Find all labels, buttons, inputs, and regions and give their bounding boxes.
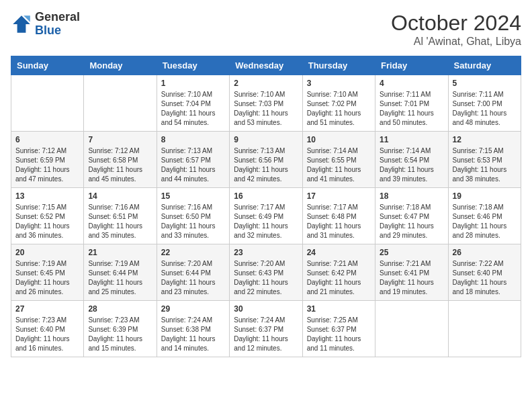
day-info: Sunrise: 7:21 AMSunset: 6:42 PMDaylight:… <box>307 259 371 297</box>
day-number: 7 <box>88 135 152 144</box>
calendar-cell: 4Sunrise: 7:11 AMSunset: 7:01 PMDaylight… <box>375 75 448 132</box>
day-info: Sunrise: 7:11 AMSunset: 7:01 PMDaylight:… <box>380 90 443 128</box>
calendar-cell: 25Sunrise: 7:21 AMSunset: 6:41 PMDayligh… <box>375 244 448 301</box>
calendar-row-3: 20Sunrise: 7:19 AMSunset: 6:45 PMDayligh… <box>11 244 521 301</box>
calendar-cell: 12Sunrise: 7:15 AMSunset: 6:53 PMDayligh… <box>448 132 521 188</box>
calendar-cell: 14Sunrise: 7:16 AMSunset: 6:51 PMDayligh… <box>84 188 157 244</box>
page-subtitle: Al 'Awinat, Ghat, Libya <box>391 36 521 48</box>
weekday-header-saturday: Saturday <box>448 56 521 75</box>
page-header: General Blue October 2024 Al 'Awinat, Gh… <box>11 11 521 48</box>
day-info: Sunrise: 7:24 AMSunset: 6:37 PMDaylight:… <box>234 316 298 353</box>
title-block: October 2024 Al 'Awinat, Ghat, Libya <box>391 11 521 48</box>
day-info: Sunrise: 7:16 AMSunset: 6:51 PMDaylight:… <box>88 203 152 240</box>
calendar-cell: 5Sunrise: 7:11 AMSunset: 7:00 PMDaylight… <box>448 75 521 132</box>
weekday-header-tuesday: Tuesday <box>157 56 229 75</box>
weekday-header-row: SundayMondayTuesdayWednesdayThursdayFrid… <box>11 56 521 75</box>
day-number: 10 <box>307 135 371 144</box>
logo-icon <box>11 13 32 35</box>
day-info: Sunrise: 7:18 AMSunset: 6:46 PMDaylight:… <box>453 203 517 240</box>
calendar-cell: 2Sunrise: 7:10 AMSunset: 7:03 PMDaylight… <box>230 75 302 132</box>
day-info: Sunrise: 7:17 AMSunset: 6:48 PMDaylight:… <box>307 203 371 240</box>
day-info: Sunrise: 7:10 AMSunset: 7:04 PMDaylight:… <box>161 90 225 128</box>
calendar-cell: 11Sunrise: 7:14 AMSunset: 6:54 PMDayligh… <box>375 132 448 188</box>
day-number: 2 <box>234 79 298 88</box>
calendar-cell: 27Sunrise: 7:23 AMSunset: 6:40 PMDayligh… <box>11 301 84 357</box>
weekday-header-monday: Monday <box>84 56 157 75</box>
calendar-cell <box>11 75 84 132</box>
day-info: Sunrise: 7:13 AMSunset: 6:57 PMDaylight:… <box>161 146 225 184</box>
calendar-cell: 9Sunrise: 7:13 AMSunset: 6:56 PMDaylight… <box>230 132 302 188</box>
day-info: Sunrise: 7:21 AMSunset: 6:41 PMDaylight:… <box>380 259 443 297</box>
logo-general: General <box>35 10 80 24</box>
day-number: 27 <box>15 304 79 314</box>
day-number: 3 <box>307 79 371 88</box>
day-info: Sunrise: 7:13 AMSunset: 6:56 PMDaylight:… <box>234 146 298 184</box>
day-number: 31 <box>307 304 371 314</box>
calendar-cell: 19Sunrise: 7:18 AMSunset: 6:46 PMDayligh… <box>448 188 521 244</box>
day-info: Sunrise: 7:22 AMSunset: 6:40 PMDaylight:… <box>453 259 517 297</box>
day-number: 25 <box>380 248 443 257</box>
day-number: 28 <box>88 304 152 314</box>
calendar-row-2: 13Sunrise: 7:15 AMSunset: 6:52 PMDayligh… <box>11 188 521 244</box>
weekday-header-friday: Friday <box>375 56 448 75</box>
calendar-cell: 21Sunrise: 7:19 AMSunset: 6:44 PMDayligh… <box>84 244 157 301</box>
day-info: Sunrise: 7:24 AMSunset: 6:38 PMDaylight:… <box>161 316 225 353</box>
calendar-cell: 18Sunrise: 7:18 AMSunset: 6:47 PMDayligh… <box>375 188 448 244</box>
day-number: 16 <box>234 191 298 201</box>
weekday-header-wednesday: Wednesday <box>230 56 302 75</box>
calendar-row-1: 6Sunrise: 7:12 AMSunset: 6:59 PMDaylight… <box>11 132 521 188</box>
calendar-cell: 22Sunrise: 7:20 AMSunset: 6:44 PMDayligh… <box>157 244 229 301</box>
calendar-cell: 7Sunrise: 7:12 AMSunset: 6:58 PMDaylight… <box>84 132 157 188</box>
day-number: 21 <box>88 248 152 257</box>
day-number: 13 <box>15 191 79 201</box>
page-title: October 2024 <box>391 11 521 36</box>
day-number: 12 <box>453 135 517 144</box>
day-info: Sunrise: 7:11 AMSunset: 7:00 PMDaylight:… <box>453 90 517 128</box>
day-number: 4 <box>380 79 443 88</box>
day-number: 30 <box>234 304 298 314</box>
calendar-row-4: 27Sunrise: 7:23 AMSunset: 6:40 PMDayligh… <box>11 301 521 357</box>
day-info: Sunrise: 7:18 AMSunset: 6:47 PMDaylight:… <box>380 203 443 240</box>
calendar-cell: 15Sunrise: 7:16 AMSunset: 6:50 PMDayligh… <box>157 188 229 244</box>
day-info: Sunrise: 7:10 AMSunset: 7:03 PMDaylight:… <box>234 90 298 128</box>
day-number: 1 <box>161 79 225 88</box>
day-info: Sunrise: 7:15 AMSunset: 6:53 PMDaylight:… <box>453 146 517 184</box>
day-info: Sunrise: 7:10 AMSunset: 7:02 PMDaylight:… <box>307 90 371 128</box>
weekday-header-thursday: Thursday <box>302 56 375 75</box>
day-number: 11 <box>380 135 443 144</box>
calendar-cell: 28Sunrise: 7:23 AMSunset: 6:39 PMDayligh… <box>84 301 157 357</box>
day-info: Sunrise: 7:16 AMSunset: 6:50 PMDaylight:… <box>161 203 225 240</box>
day-info: Sunrise: 7:19 AMSunset: 6:45 PMDaylight:… <box>15 259 79 297</box>
day-number: 14 <box>88 191 152 201</box>
calendar-cell <box>448 301 521 357</box>
day-number: 22 <box>161 248 225 257</box>
day-number: 5 <box>453 79 517 88</box>
day-info: Sunrise: 7:23 AMSunset: 6:39 PMDaylight:… <box>88 316 152 353</box>
day-number: 24 <box>307 248 371 257</box>
calendar-cell <box>84 75 157 132</box>
day-info: Sunrise: 7:14 AMSunset: 6:55 PMDaylight:… <box>307 146 371 184</box>
day-info: Sunrise: 7:20 AMSunset: 6:43 PMDaylight:… <box>234 259 298 297</box>
logo: General Blue <box>11 11 80 38</box>
calendar-cell: 23Sunrise: 7:20 AMSunset: 6:43 PMDayligh… <box>230 244 302 301</box>
day-number: 17 <box>307 191 371 201</box>
calendar-cell <box>375 301 448 357</box>
day-number: 8 <box>161 135 225 144</box>
calendar-cell: 24Sunrise: 7:21 AMSunset: 6:42 PMDayligh… <box>302 244 375 301</box>
calendar-cell: 1Sunrise: 7:10 AMSunset: 7:04 PMDaylight… <box>157 75 229 132</box>
day-number: 18 <box>380 191 443 201</box>
calendar-cell: 17Sunrise: 7:17 AMSunset: 6:48 PMDayligh… <box>302 188 375 244</box>
day-number: 29 <box>161 304 225 314</box>
calendar-cell: 6Sunrise: 7:12 AMSunset: 6:59 PMDaylight… <box>11 132 84 188</box>
day-info: Sunrise: 7:25 AMSunset: 6:37 PMDaylight:… <box>307 316 371 353</box>
day-info: Sunrise: 7:14 AMSunset: 6:54 PMDaylight:… <box>380 146 443 184</box>
day-number: 19 <box>453 191 517 201</box>
day-info: Sunrise: 7:19 AMSunset: 6:44 PMDaylight:… <box>88 259 152 297</box>
day-info: Sunrise: 7:23 AMSunset: 6:40 PMDaylight:… <box>15 316 79 353</box>
day-number: 26 <box>453 248 517 257</box>
calendar-row-0: 1Sunrise: 7:10 AMSunset: 7:04 PMDaylight… <box>11 75 521 132</box>
day-number: 15 <box>161 191 225 201</box>
calendar-cell: 26Sunrise: 7:22 AMSunset: 6:40 PMDayligh… <box>448 244 521 301</box>
day-number: 23 <box>234 248 298 257</box>
calendar-cell: 3Sunrise: 7:10 AMSunset: 7:02 PMDaylight… <box>302 75 375 132</box>
